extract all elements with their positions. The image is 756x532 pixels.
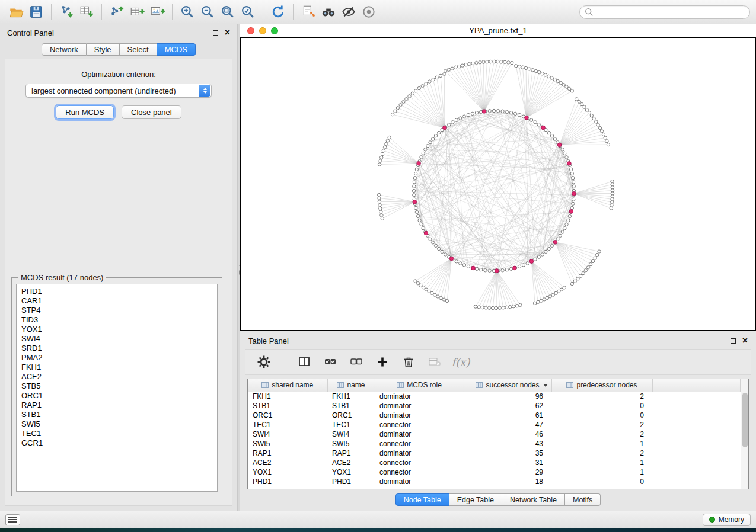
result-node-item[interactable]: RAP1 [17,400,217,410]
result-node-item[interactable]: PHD1 [17,287,217,296]
cell-shared-name[interactable]: PHD1 [248,477,327,486]
cell-name[interactable]: ACE2 [327,458,375,467]
result-node-item[interactable]: STP4 [17,306,217,315]
table-row[interactable]: ORC1ORC1dominator610 [248,411,741,420]
tab-network[interactable]: Network [42,43,87,56]
table-row[interactable]: SWI4SWI4dominator462 [248,430,741,439]
result-node-item[interactable]: PMA2 [17,353,217,363]
cell-mcds-role[interactable]: connector [375,439,464,448]
result-node-item[interactable]: ACE2 [17,372,217,382]
tab-network-table[interactable]: Network Table [502,493,565,506]
network-canvas[interactable] [241,38,755,330]
cell-name[interactable]: TEC1 [327,420,375,430]
cell-shared-name[interactable]: YOX1 [248,467,327,477]
cell-shared-name[interactable]: STB1 [248,401,327,411]
cell-shared-name[interactable]: SWI4 [248,430,327,439]
column-header-successor-nodes[interactable]: successor nodes [464,379,551,392]
result-node-item[interactable]: SWI4 [17,334,217,344]
result-node-item[interactable]: STB5 [17,382,217,391]
toggle-graphics-details-button[interactable] [339,2,359,21]
open-file-button[interactable] [6,2,26,21]
cell-mcds-role[interactable]: connector [375,420,464,430]
cell-predecessor-nodes[interactable]: 2 [551,392,652,401]
optimization-criterion-select[interactable]: largest connected component (undirected) [25,84,212,98]
column-header-predecessor-nodes[interactable]: predecessor nodes [551,379,652,392]
cell-predecessor-nodes[interactable]: 2 [551,420,652,430]
tab-mcds[interactable]: MCDS [157,43,196,56]
cell-name[interactable]: FKH1 [327,392,375,401]
cell-mcds-role[interactable]: dominator [375,411,464,420]
close-panel-icon[interactable]: × [225,28,230,37]
cell-successor-nodes[interactable]: 18 [464,477,551,486]
cell-predecessor-nodes[interactable]: 1 [551,467,652,477]
table-row[interactable]: ACE2ACE2connector311 [248,458,741,467]
zoom-selected-button[interactable] [238,2,258,21]
result-node-item[interactable]: SRD1 [17,344,217,353]
cell-successor-nodes[interactable]: 61 [464,411,551,420]
result-node-item[interactable]: SWI5 [17,419,217,429]
column-header-MCDS-role[interactable]: MCDS role [375,379,464,392]
cell-name[interactable]: RAP1 [327,448,375,458]
apply-preferred-layout-button[interactable] [268,2,288,21]
table-scrollbar-thumb[interactable] [742,393,748,447]
deselect-all-rows-button[interactable] [347,353,365,371]
cell-name[interactable]: PHD1 [327,477,375,486]
cell-shared-name[interactable]: TEC1 [248,420,327,430]
float-table-panel-icon[interactable] [731,338,736,344]
cell-name[interactable]: ORC1 [327,411,375,420]
export-table-button[interactable] [127,2,147,21]
result-node-item[interactable]: FKH1 [17,363,217,372]
cell-predecessor-nodes[interactable]: 1 [551,439,652,448]
close-window-icon[interactable] [247,27,254,34]
tab-edge-table[interactable]: Edge Table [449,493,502,506]
cell-successor-nodes[interactable]: 35 [464,448,551,458]
tab-select[interactable]: Select [120,43,157,56]
result-node-item[interactable]: YOX1 [17,325,217,334]
create-column-button[interactable] [374,353,391,371]
table-row[interactable]: SWI5SWI5connector431 [248,439,741,448]
tab-node-table[interactable]: Node Table [395,493,449,506]
cell-mcds-role[interactable]: dominator [375,430,464,439]
result-node-item[interactable]: TID3 [17,315,217,325]
cell-predecessor-nodes[interactable]: 1 [551,458,652,467]
show-network-overview-button[interactable] [359,2,379,21]
tab-style[interactable]: Style [87,43,120,56]
maximize-window-icon[interactable] [271,27,278,34]
import-network-from-file-button[interactable] [56,2,76,21]
tab-motifs[interactable]: Motifs [565,493,601,506]
cell-shared-name[interactable]: ORC1 [248,411,327,420]
search-box[interactable] [579,5,750,19]
network-view[interactable] [240,37,756,331]
show-columns-button[interactable] [295,353,313,371]
cell-predecessor-nodes[interactable]: 0 [551,411,652,420]
close-table-panel-icon[interactable]: × [742,336,748,345]
cell-mcds-role[interactable]: dominator [375,401,464,411]
zoom-fit-content-button[interactable] [218,2,238,21]
cell-name[interactable]: SWI4 [327,430,375,439]
run-mcds-button[interactable]: Run MCDS [56,105,114,119]
result-node-item[interactable]: CAR1 [17,296,217,306]
zoom-out-button[interactable] [197,2,218,21]
export-network-button[interactable] [107,2,127,21]
result-node-item[interactable]: ORC1 [17,391,217,400]
import-table-from-file-button[interactable] [76,2,97,21]
cell-successor-nodes[interactable]: 43 [464,439,551,448]
cell-successor-nodes[interactable]: 62 [464,401,551,411]
column-header-shared-name[interactable]: shared name [248,379,327,392]
cell-mcds-role[interactable]: connector [375,467,464,477]
export-as-web-page-button[interactable] [298,2,318,21]
table-row[interactable]: PHD1PHD1dominator180 [248,477,741,486]
cell-successor-nodes[interactable]: 47 [464,420,551,430]
cell-predecessor-nodes[interactable]: 2 [551,448,652,458]
close-panel-button[interactable]: Close panel [122,105,181,119]
minimize-window-icon[interactable] [259,27,266,34]
float-panel-icon[interactable] [213,30,218,36]
cell-shared-name[interactable]: RAP1 [248,448,327,458]
table-row[interactable]: STB1STB1dominator620 [248,401,741,411]
column-header-name[interactable]: name [327,379,375,392]
cell-name[interactable]: STB1 [327,401,375,411]
cell-shared-name[interactable]: FKH1 [248,392,327,401]
menu-list-icon[interactable] [5,514,20,525]
table-row[interactable]: TEC1TEC1connector472 [248,420,741,430]
cell-predecessor-nodes[interactable]: 2 [551,430,652,439]
